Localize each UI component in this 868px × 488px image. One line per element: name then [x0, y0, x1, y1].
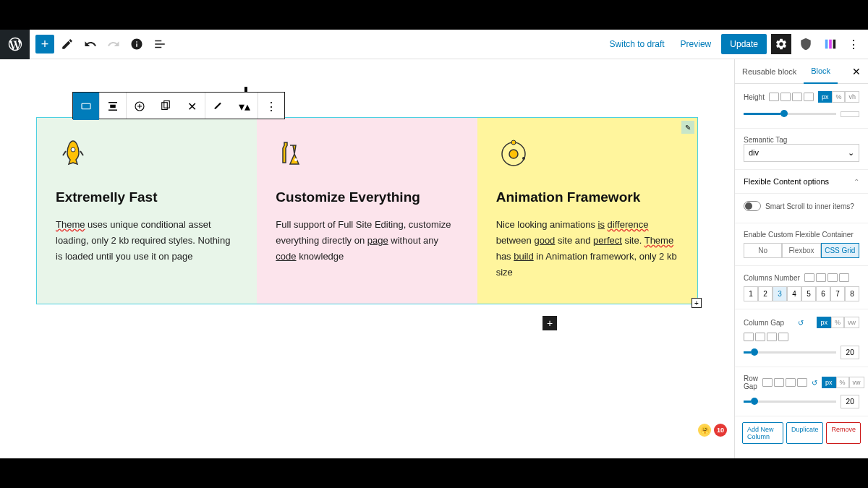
align-icon[interactable] [100, 93, 126, 120]
settings-sidebar: Reusable block Block ✕ Height px % vh Se… [734, 59, 868, 458]
colgap-value[interactable]: 20 [841, 346, 859, 359]
unit-px[interactable]: px [818, 91, 833, 103]
svg-point-8 [294, 158, 297, 161]
svg-rect-0 [825, 40, 828, 49]
columns-icon[interactable] [820, 34, 841, 54]
edit-handle-icon[interactable]: ✎ [681, 121, 694, 134]
block-more-icon[interactable]: ⋮ [258, 93, 284, 120]
editor-canvas: ✕ ▾▴ ⋮ ✎ Extremelly Fast Theme uses uniq… [0, 59, 734, 458]
block-type-icon[interactable] [73, 93, 99, 120]
grid-container[interactable]: ✎ Extremelly Fast Theme uses unique cond… [36, 117, 698, 304]
switch-to-draft-link[interactable]: Switch to draft [604, 35, 671, 53]
floating-badges: 🤗 10 [698, 424, 727, 437]
duplicate-button[interactable]: Duplicate [786, 422, 824, 444]
unit-vh[interactable]: vh [845, 91, 859, 103]
block-toolbar: ✕ ▾▴ ⋮ [72, 92, 285, 119]
emoji-badge[interactable]: 🤗 [698, 424, 711, 437]
reset-icon[interactable]: ↺ [812, 379, 817, 387]
info-icon[interactable] [127, 34, 147, 54]
card-title: Extremelly Fast [56, 189, 238, 205]
card-body: Nice looking animations is difference be… [496, 217, 678, 281]
orbit-icon [496, 134, 678, 174]
height-slider[interactable] [744, 113, 836, 115]
svg-point-12 [522, 157, 525, 160]
redo-icon[interactable] [103, 34, 124, 54]
height-label: Height [744, 93, 765, 101]
tab-block[interactable]: Block [804, 59, 838, 84]
card-3[interactable]: Animation Framework Nice looking animati… [477, 118, 697, 304]
semantic-label: Semantic Tag [744, 136, 859, 144]
height-value[interactable] [841, 111, 859, 117]
columns-picker[interactable]: 12345678 [744, 286, 859, 301]
colgap-slider[interactable] [744, 351, 836, 354]
svg-rect-2 [833, 40, 836, 49]
card-2[interactable]: Customize Everything Full support of Ful… [257, 118, 477, 304]
remove-button[interactable]: Remove [826, 422, 861, 444]
svg-point-10 [509, 150, 518, 158]
unit-pct[interactable]: % [832, 91, 845, 103]
card-1[interactable]: Extremelly Fast Theme uses unique condit… [37, 118, 257, 304]
count-badge[interactable]: 10 [714, 424, 727, 437]
svg-point-11 [511, 140, 516, 145]
dropdown-icon[interactable]: ▾▴ [231, 93, 258, 120]
svg-rect-6 [164, 101, 170, 108]
update-button[interactable]: Update [721, 34, 767, 54]
add-block-button[interactable]: + [35, 35, 54, 53]
add-new-column-button[interactable]: Add New Column [742, 422, 783, 444]
settings-icon[interactable] [771, 34, 791, 54]
flex-no[interactable]: No [744, 243, 782, 258]
flex-flexbox[interactable]: Flexbox [782, 243, 820, 258]
card-body: Theme uses unique conditional asset load… [56, 217, 238, 265]
svg-rect-5 [162, 103, 168, 110]
edit-icon[interactable] [57, 34, 77, 54]
brush-icon[interactable] [205, 93, 231, 120]
outline-icon[interactable] [150, 34, 170, 54]
undo-icon[interactable] [80, 34, 101, 54]
container-link-panel[interactable]: Container Link⌄ [735, 450, 868, 458]
card-title: Customize Everything [276, 189, 458, 205]
card-body: Full support of Full Site Editing, custo… [276, 217, 458, 265]
reset-icon[interactable]: ↺ [798, 319, 804, 327]
remove-icon[interactable]: ✕ [179, 93, 205, 120]
more-icon[interactable]: ⋮ [845, 35, 862, 53]
enable-flex-label: Enable Custom Flexible Container [744, 231, 859, 239]
copy-icon[interactable] [153, 93, 179, 120]
svg-point-7 [71, 147, 75, 152]
tab-reusable-block[interactable]: Reusable block [735, 59, 804, 84]
device-switcher[interactable] [769, 93, 814, 101]
add-icon[interactable] [127, 93, 153, 120]
svg-rect-1 [829, 40, 832, 49]
cols-devices[interactable] [804, 273, 849, 282]
svg-rect-3 [82, 103, 90, 109]
close-sidebar-icon[interactable]: ✕ [845, 66, 868, 77]
wordpress-logo[interactable] [0, 30, 30, 59]
card-title: Animation Framework [496, 189, 678, 205]
add-block-below[interactable]: + [542, 316, 557, 330]
greenshift-icon[interactable] [796, 34, 816, 54]
rowgap-value[interactable]: 20 [841, 395, 859, 408]
rocket-icon [56, 134, 238, 174]
top-toolbar: + Switch to draft Preview Update ⋮ [0, 30, 868, 59]
semantic-select[interactable]: div⌄ [744, 144, 859, 162]
add-column-handle[interactable]: + [692, 298, 702, 308]
rowgap-slider[interactable] [744, 401, 836, 403]
flask-icon [276, 134, 458, 174]
flex-options-panel[interactable]: Flexible Content options⌃ [735, 170, 868, 194]
smart-scroll-toggle[interactable] [744, 201, 761, 211]
preview-link[interactable]: Preview [675, 35, 718, 53]
flex-cssgrid[interactable]: CSS Grid [821, 243, 859, 258]
